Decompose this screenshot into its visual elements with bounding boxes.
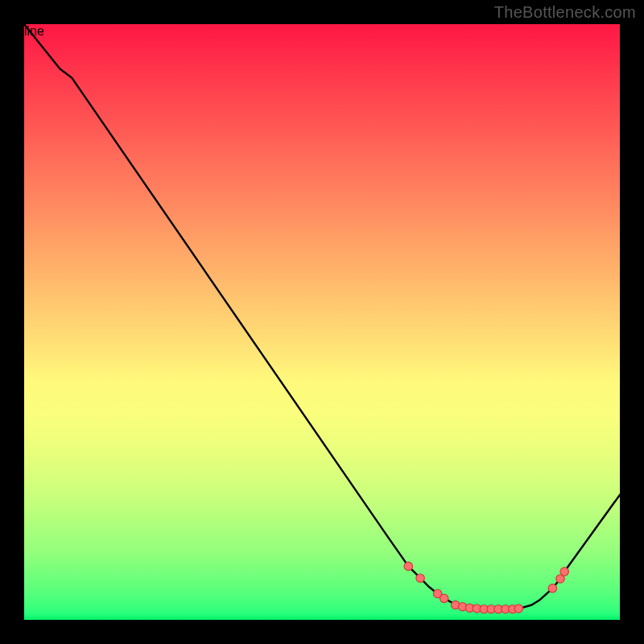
chart-dot [514,605,522,613]
chart-dot [416,574,424,582]
chart-dot [404,562,412,570]
chart-curve [24,24,620,609]
chart-dot [548,584,556,592]
chart-dot [560,568,568,576]
chart-svg [24,24,620,620]
chart-dot [440,594,448,602]
chart-plot-area: line [24,24,620,620]
watermark-text: TheBottleneck.com [494,3,636,22]
